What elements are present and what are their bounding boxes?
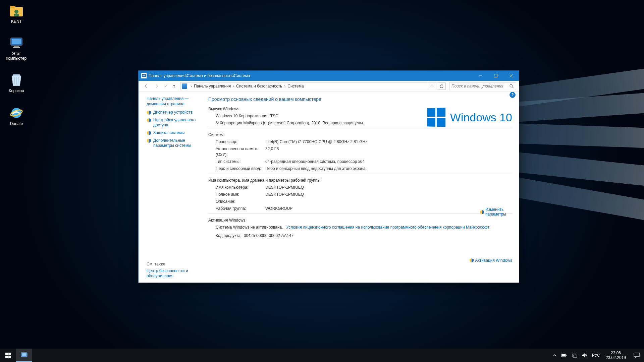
svg-line-21 — [512, 87, 514, 88]
type-label: Тип системы: — [216, 159, 265, 165]
help-button[interactable]: ? — [509, 92, 516, 98]
page-heading: Просмотр основных сведений о вашем компь… — [208, 97, 512, 102]
network-icon[interactable] — [570, 349, 580, 362]
svg-rect-8 — [13, 74, 20, 76]
tray-overflow-button[interactable] — [551, 349, 559, 362]
desktop-icon-this-pc[interactable]: Этот компьютер — [3, 36, 30, 61]
taskbar-app-control-panel[interactable] — [16, 349, 32, 362]
svg-rect-25 — [566, 355, 567, 356]
svg-rect-7 — [13, 47, 20, 48]
back-button[interactable] — [141, 82, 151, 90]
chevron-right-icon[interactable]: › — [189, 84, 193, 88]
desktop-icon-label: Корзина — [3, 88, 30, 93]
chevron-right-icon[interactable]: › — [231, 84, 235, 88]
svg-rect-26 — [562, 354, 566, 356]
desktop-icon-kent[interactable]: KENT — [3, 3, 30, 24]
control-panel-icon — [141, 73, 147, 78]
address-bar: › Панель управления › Система и безопасн… — [139, 81, 519, 92]
search-icon — [509, 84, 514, 88]
up-button[interactable] — [169, 82, 179, 90]
svg-point-2 — [14, 10, 18, 14]
full-name-label: Полное имя: — [216, 192, 265, 197]
windows-logo-icon — [427, 108, 445, 127]
shield-icon — [469, 258, 474, 263]
breadcrumb-item[interactable]: Панель управления — [193, 84, 231, 88]
recent-button[interactable] — [163, 82, 168, 90]
eula-link[interactable]: Условия лицензионного соглашения на испо… — [286, 225, 489, 230]
sidebar-advanced-settings[interactable]: Дополнительные параметры системы — [147, 138, 202, 148]
svg-rect-23 — [22, 353, 26, 356]
desktop-icon-donate[interactable]: Donate — [3, 106, 30, 126]
language-indicator[interactable]: РУС — [590, 349, 602, 362]
sidebar-system-protection[interactable]: Защита системы — [147, 130, 202, 135]
section-system: Система — [208, 132, 512, 137]
product-id-value: 00425-00000-00002-AA147 — [244, 233, 293, 238]
breadcrumb-item[interactable]: Система — [287, 84, 304, 88]
product-id-label: Код продукта: — [216, 233, 241, 238]
control-panel-home-link[interactable]: Панель управления — домашняя страница — [147, 96, 202, 107]
sidebar: Панель управления — домашняя страница Ди… — [139, 92, 206, 283]
computer-name-label: Имя компьютера: — [216, 185, 265, 190]
windows-logo: Windows 10 — [427, 108, 512, 127]
ram-value: 32,0 ГБ — [265, 146, 512, 158]
svg-rect-5 — [12, 39, 21, 44]
shield-icon — [147, 118, 151, 123]
chevron-right-icon[interactable]: › — [283, 84, 287, 88]
refresh-button[interactable] — [438, 82, 446, 90]
clock[interactable]: 23:06 23.02.2019 — [602, 351, 629, 360]
svg-rect-3 — [14, 14, 19, 16]
description-value — [265, 199, 512, 204]
system-tray: РУС 23:06 23.02.2019 — [551, 349, 644, 362]
activation-status: Система Windows не активирована. — [216, 225, 283, 230]
type-value: 64-разрядная операционная система, проце… — [265, 159, 512, 165]
section-computer-name: Имя компьютера, имя домена и параметры р… — [208, 178, 512, 183]
sidebar-device-manager[interactable]: Диспетчер устройств — [147, 110, 202, 115]
see-also-header: См. также — [147, 262, 207, 266]
cpu-value: Intel(R) Core(TM) i7-7700HQ CPU @ 2.80GH… — [265, 139, 512, 145]
computer-name-value: DESKTOP-1PMIUEQ — [265, 185, 512, 190]
shield-icon — [147, 131, 151, 135]
shield-icon — [480, 210, 484, 215]
shield-icon — [147, 138, 151, 143]
battery-icon[interactable] — [559, 349, 570, 362]
volume-icon[interactable] — [580, 349, 590, 362]
search-input[interactable] — [451, 84, 509, 88]
cpu-label: Процессор: — [216, 139, 265, 145]
maximize-button[interactable] — [488, 71, 503, 81]
windows-start-icon — [5, 353, 11, 358]
forward-button[interactable] — [152, 82, 161, 90]
change-settings-link[interactable]: Изменить параметры — [480, 207, 512, 217]
pc-icon — [9, 36, 24, 50]
pen-label: Перо и сенсорный ввод: — [216, 166, 265, 172]
breadcrumb-item[interactable]: Система и безопасность — [235, 84, 283, 88]
pen-value: Перо и сенсорный ввод недоступны для это… — [265, 166, 512, 172]
minimize-button[interactable] — [473, 71, 488, 81]
activate-windows-link[interactable]: Активация Windows — [469, 258, 512, 263]
close-button[interactable] — [503, 71, 519, 81]
workgroup-value: WORKGROUP — [265, 206, 512, 212]
full-name-value: DESKTOP-1PMIUEQ — [265, 192, 512, 197]
svg-rect-6 — [14, 46, 19, 47]
desktop-icon-label: Этот компьютер — [3, 51, 30, 61]
svg-rect-29 — [634, 353, 639, 357]
section-activation: Активация Windows — [208, 218, 512, 223]
recycle-bin-icon — [9, 73, 24, 87]
clock-date: 23.02.2019 — [606, 355, 626, 360]
svg-rect-15 — [143, 75, 145, 76]
desktop-icon-label: Donate — [3, 121, 30, 126]
breadcrumb-bar[interactable]: › Панель управления › Система и безопасн… — [180, 82, 436, 90]
security-maintenance-link[interactable]: Центр безопасности и обслуживания — [147, 268, 207, 279]
svg-point-20 — [510, 84, 513, 87]
control-panel-icon — [182, 83, 187, 89]
search-box[interactable] — [449, 82, 516, 90]
sidebar-remote-settings[interactable]: Настройка удаленного доступа — [147, 118, 202, 128]
clock-time: 23:06 — [606, 351, 626, 355]
system-properties-window: Панель управления\Система и безопасность… — [138, 70, 519, 283]
action-center-button[interactable] — [629, 349, 644, 362]
desktop-icon-recycle-bin[interactable]: Корзина — [3, 73, 30, 93]
start-button[interactable] — [0, 349, 16, 362]
svg-rect-28 — [573, 355, 577, 357]
ie-icon — [9, 106, 24, 120]
window-titlebar[interactable]: Панель управления\Система и безопасность… — [139, 71, 519, 81]
address-dropdown-button[interactable] — [429, 82, 435, 90]
